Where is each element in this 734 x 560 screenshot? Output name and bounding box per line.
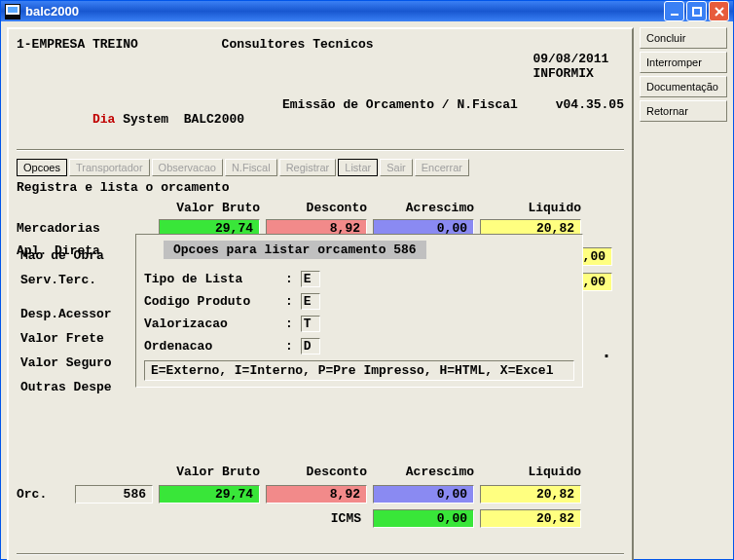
grid-header: Valor Bruto Desconto Acrescimo Liquido (17, 201, 624, 215)
app-window: balc2000 1-EMPRESA TREINO Consultores Te… (0, 0, 734, 560)
tab-registrar[interactable]: Registrar (279, 159, 337, 176)
tab-nfiscal[interactable]: N.Fiscal (225, 159, 277, 176)
svg-rect-0 (671, 14, 679, 16)
db-label: INFORMIX (532, 66, 593, 81)
orc-number[interactable]: 586 (75, 485, 153, 504)
col-liquido: Liquido (474, 201, 581, 215)
concluir-button[interactable]: Concluir (640, 27, 727, 49)
tot-acr: 0,00 (373, 485, 474, 504)
orc-label: Orc. (17, 487, 75, 502)
decor-dot: . (601, 341, 612, 363)
subtitle-label: Consultores Tecnicos (222, 37, 374, 95)
minimize-button[interactable] (664, 1, 684, 21)
app-icon (5, 4, 20, 19)
label-valorseguro: Valor Seguro (20, 351, 112, 375)
tab-listar[interactable]: Listar (338, 159, 378, 176)
row-orc-totals: Orc. 586 29,74 8,92 0,00 20,82 (17, 485, 624, 504)
tot-bruto: 29,74 (159, 485, 260, 504)
retornar-button[interactable]: Retornar (640, 100, 727, 122)
documentacao-button[interactable]: Documentação (640, 76, 727, 97)
codigo-produto-label: Codigo Produto (144, 294, 285, 309)
version-label: v04.35.05 (556, 97, 624, 141)
left-label-stack: Mao de Obra Serv.Terc. Desp.Acessor Valo… (20, 243, 112, 399)
maximize-button[interactable] (686, 1, 707, 21)
row-icms: ICMS 0,00 20,82 (17, 509, 624, 528)
interromper-button[interactable]: Interromper (640, 52, 727, 73)
col-acrescimo: Acrescimo (367, 201, 474, 215)
popup-title: Opcoes para listar orcamento 586 (164, 241, 426, 259)
tab-sair[interactable]: Sair (380, 159, 413, 176)
ordenacao-input[interactable] (301, 338, 320, 355)
ordenacao-label: Ordenacao (144, 339, 285, 354)
col-desconto: Desconto (260, 201, 367, 215)
tab-observacao[interactable]: Observacao (152, 159, 223, 176)
date-label: 09/08/2011 (532, 52, 608, 66)
label-maoobra: Mao de Obra (20, 243, 112, 268)
icms-liq: 20,82 (480, 509, 581, 528)
brand-rest: System BALC2000 (115, 112, 244, 127)
tipo-lista-input[interactable] (301, 271, 320, 287)
codigo-produto-input[interactable] (301, 293, 320, 310)
icms-label: ICMS (260, 511, 367, 526)
label-despacess: Desp.Acessor (20, 302, 112, 326)
side-panel: Concluir Interromper Documentação Retorn… (640, 27, 727, 560)
label-valorfrete: Valor Frete (20, 326, 112, 351)
module-label: Emissão de Orcamento / N.Fiscal (282, 97, 518, 141)
tab-transportador[interactable]: Transportador (69, 159, 150, 176)
valorizacao-input[interactable] (301, 316, 320, 332)
label-mercadorias: Mercadorias (17, 221, 153, 236)
totals-header: Valor Bruto Desconto Acrescimo Liquido (17, 465, 624, 479)
status-text: Registra e lista o orcamento (17, 180, 624, 195)
svg-rect-1 (693, 8, 701, 16)
tot-desc: 8,92 (266, 485, 367, 504)
brand-prefix: Dia (92, 112, 115, 127)
window-title: balc2000 (25, 4, 79, 19)
valorizacao-label: Valorizacao (144, 317, 285, 331)
main-panel: 1-EMPRESA TREINO Consultores Tecnicos 09… (7, 27, 634, 560)
tot-liq: 20,82 (480, 485, 581, 504)
tab-encerrar[interactable]: Encerrar (415, 159, 469, 176)
titlebar: balc2000 (1, 1, 733, 21)
tab-opcoes[interactable]: Opcoes (17, 159, 67, 176)
icms-acr: 0,00 (373, 509, 474, 528)
tab-bar: Opcoes Transportador Observacao N.Fiscal… (17, 159, 624, 176)
label-servterc: Serv.Terc. (20, 268, 112, 292)
label-outrasdespe: Outras Despe (20, 375, 112, 399)
tipo-lista-label: Tipo de Lista (144, 272, 285, 286)
list-options-popup: Opcoes para listar orcamento 586 Tipo de… (135, 234, 583, 388)
col-bruto: Valor Bruto (153, 201, 260, 215)
company-label: 1-EMPRESA TREINO (17, 37, 138, 95)
popup-hint: E=Externo, I=Interno, P=Pre Impresso, H=… (144, 360, 574, 381)
close-button[interactable] (709, 1, 729, 21)
